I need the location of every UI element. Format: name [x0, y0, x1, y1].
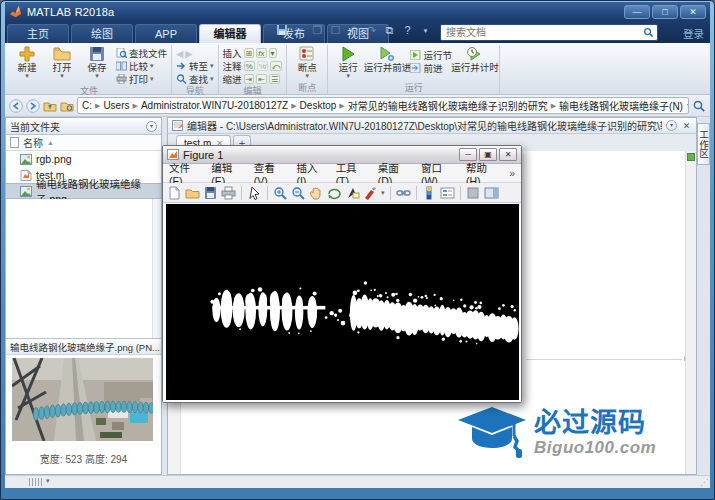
fig-datatip-icon[interactable]	[345, 186, 360, 200]
fig-legend-icon[interactable]	[440, 186, 455, 200]
breakpoints-button[interactable]: 断点▾	[291, 45, 323, 79]
figure-close-button[interactable]: ✕	[499, 148, 517, 161]
fig-open-icon[interactable]	[185, 186, 200, 200]
save-button[interactable]: 保存▾	[81, 45, 113, 79]
crumb-users[interactable]: Users	[103, 100, 129, 111]
find-button[interactable]: 查找▾	[176, 73, 214, 85]
grip-caret-icon[interactable]: ▾	[46, 477, 50, 485]
close-button[interactable]: ✕	[680, 5, 706, 19]
figure-canvas-area[interactable]	[163, 203, 521, 402]
figure-window[interactable]: Figure 1 ─ ▣ ✕ 文件(F) 编辑(E) 查看(V) 插入(I) 工…	[162, 145, 522, 403]
brush-dropdown-icon[interactable]: ▾	[381, 189, 385, 197]
browse-folder-icon[interactable]	[60, 99, 74, 113]
crumb-insulator-folder[interactable]: 输电线路钢化玻璃绝缘子(N)	[559, 98, 683, 113]
run-advance-button[interactable]: 运行并前进	[367, 45, 407, 73]
uncomment-icon[interactable]: %̸	[257, 61, 268, 71]
breadcrumb-dropdown-icon[interactable]: ▾	[683, 101, 689, 110]
indent-left-icon[interactable]: ⇤	[256, 74, 267, 84]
fig-rotate3d-icon[interactable]	[327, 186, 342, 200]
comment-icon[interactable]: %	[244, 61, 255, 71]
fig-print-icon[interactable]	[221, 186, 236, 200]
crumb-admin[interactable]: Administrator.WIN7U-20180127Z	[141, 100, 288, 111]
back-arrow-icon[interactable]	[9, 99, 23, 113]
qat-dropdown-icon[interactable]: ▾	[419, 24, 432, 37]
forward-arrow-icon[interactable]	[26, 99, 40, 113]
open-button[interactable]: 打开▾	[46, 45, 78, 79]
compare-button[interactable]: 比较▾	[116, 60, 167, 72]
help-icon[interactable]: ?	[401, 24, 414, 37]
find-files-button[interactable]: 查找文件	[116, 47, 167, 59]
fig-brush-icon[interactable]	[363, 186, 378, 200]
file-row-insulator-png[interactable]: 输电线路钢化玻璃绝缘子.png	[6, 183, 161, 199]
insert-more-icon[interactable]: ▾	[269, 48, 277, 58]
fig-plottools-off-icon[interactable]	[466, 186, 481, 200]
collapse-chevron-icon[interactable]: ▼	[160, 342, 161, 351]
insert-section-icon[interactable]: ⊞	[244, 48, 255, 58]
editor-pane-divider[interactable]	[526, 359, 682, 360]
editor-menu-button[interactable]: ▾	[666, 120, 677, 131]
save-icon[interactable]	[275, 24, 288, 37]
paste-icon[interactable]: ☐	[329, 24, 342, 37]
toolbar-grip[interactable]	[29, 478, 43, 486]
goto-button[interactable]: 转至▾	[176, 60, 214, 72]
cut-icon[interactable]: ✂	[293, 24, 306, 37]
advance-button[interactable]: 前进	[410, 62, 452, 74]
new-script-button[interactable]: 新建▾	[11, 45, 43, 79]
editor-scrollbar[interactable]	[685, 151, 696, 474]
preview-pane: 输电线路钢化玻璃绝缘子.png (PN... ▼ 宽度: 523 高度: 294	[6, 338, 161, 474]
search-icon[interactable]	[643, 27, 654, 38]
editor-close-button[interactable]: ✕	[681, 121, 692, 131]
tab-editor[interactable]: 编辑器	[199, 24, 261, 43]
wrap-comment-icon[interactable]: ⤺	[270, 61, 283, 71]
insert-button[interactable]: 插入 ⊞ fx ▾	[223, 47, 283, 59]
fig-zoom-out-icon[interactable]	[291, 186, 306, 200]
print-button[interactable]: 打印▾	[116, 73, 167, 85]
ribbon-empty-space	[500, 45, 708, 94]
insert-fx-icon[interactable]: fx	[256, 48, 266, 58]
fig-cursor-icon[interactable]	[247, 186, 262, 200]
copy-icon[interactable]: ❐	[311, 24, 324, 37]
file-row-rgb[interactable]: rgb.png	[6, 151, 161, 167]
print-icon	[116, 74, 127, 84]
indent-right-icon[interactable]: ☰	[269, 74, 280, 84]
switch-window-icon[interactable]: ⧉	[383, 24, 396, 37]
minimize-button[interactable]: —	[624, 5, 650, 19]
fig-link-icon[interactable]	[396, 186, 411, 200]
run-time-button[interactable]: 运行并计时	[455, 45, 495, 73]
preview-header[interactable]: 输电线路钢化玻璃绝缘子.png (PN... ▼	[6, 339, 161, 355]
editor-header: 编辑器 - C:\Users\Administrator.WIN7U-20180…	[167, 117, 697, 134]
up-folder-icon[interactable]	[43, 99, 57, 113]
nav-back-forward[interactable]: ◀ ▶	[176, 47, 214, 59]
code-analyzer-indicator[interactable]	[687, 153, 695, 161]
crumb-drive[interactable]: C:	[82, 100, 92, 111]
smart-indent-icon[interactable]: ⇥	[244, 74, 255, 84]
breadcrumb[interactable]: C:▶ Users▶ Administrator.WIN7U-20180127Z…	[77, 97, 689, 114]
crumb-research-folder[interactable]: 对常见的输电线路钢化玻璃绝缘子识别的研究	[348, 98, 548, 113]
address-search-icon[interactable]	[692, 99, 706, 113]
resize-grip[interactable]: ⋰	[700, 478, 708, 487]
login-link[interactable]: 登录	[683, 26, 704, 41]
fig-colorbar-icon[interactable]	[422, 186, 437, 200]
run-button[interactable]: 运行▾	[332, 45, 364, 79]
run-section-button[interactable]: 运行节	[410, 49, 452, 61]
fig-pan-icon[interactable]	[309, 186, 324, 200]
comment-button[interactable]: 注释 % %̸ ⤺	[223, 60, 283, 72]
undo-icon[interactable]: ↶	[347, 24, 360, 37]
name-column-header[interactable]: 名称 ▲	[6, 135, 161, 151]
redo-icon[interactable]: ↷	[365, 24, 378, 37]
indent-button[interactable]: 缩进 ⇥ ⇤ ☰	[223, 73, 283, 85]
workspace-tab[interactable]: 工作区	[697, 123, 710, 165]
tab-home[interactable]: 主页	[7, 24, 69, 43]
folder-panel-scrollbar[interactable]	[152, 199, 161, 338]
crumb-desktop[interactable]: Desktop	[300, 100, 337, 111]
panel-menu-button[interactable]: ▾	[146, 121, 157, 132]
tab-apps[interactable]: APP	[135, 24, 197, 43]
menu-overflow-icon[interactable]: »	[509, 167, 515, 179]
tab-plots[interactable]: 绘图	[71, 24, 133, 43]
fig-new-icon[interactable]	[167, 186, 182, 200]
fig-zoom-in-icon[interactable]	[273, 186, 288, 200]
fig-save-icon[interactable]	[203, 186, 218, 200]
maximize-button[interactable]: □	[652, 5, 678, 19]
search-input[interactable]	[444, 26, 643, 39]
fig-plottools-on-icon[interactable]	[484, 186, 499, 200]
